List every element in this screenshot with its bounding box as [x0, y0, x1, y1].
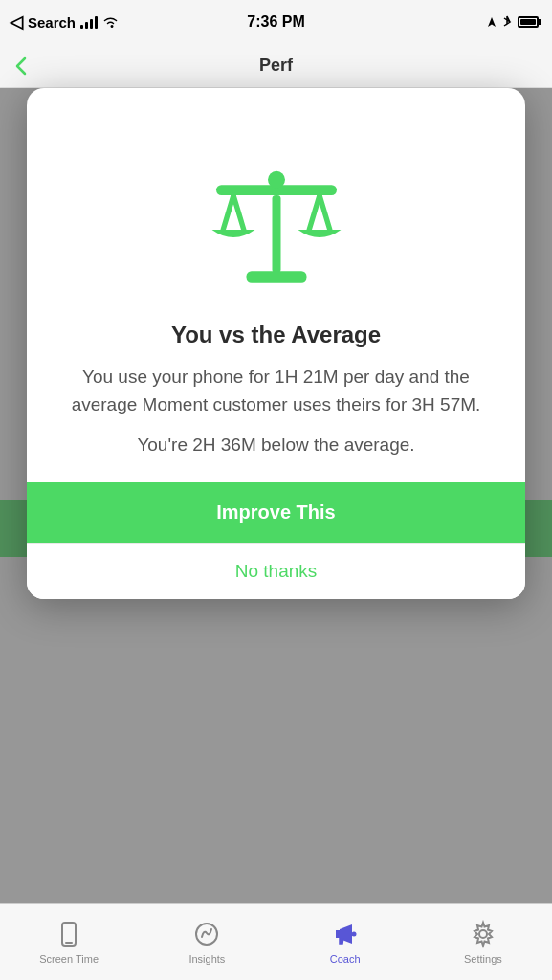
tab-bar: Screen Time Insights Coach Settings — [0, 903, 552, 980]
tab-screen-time[interactable]: Screen Time — [0, 920, 138, 965]
modal-card: You vs the Average You use your phone fo… — [27, 88, 525, 599]
back-arrow-icon: ◁ — [10, 11, 23, 33]
svg-rect-1 — [246, 271, 306, 283]
status-right — [486, 15, 539, 29]
wifi-icon — [102, 16, 119, 29]
tab-insights-label: Insights — [188, 953, 225, 965]
settings-icon — [469, 920, 497, 948]
coach-icon — [331, 920, 360, 948]
tab-screen-time-label: Screen Time — [39, 953, 99, 965]
tab-coach[interactable]: Coach — [276, 920, 414, 965]
svg-line-6 — [320, 195, 330, 230]
bluetooth-icon — [503, 15, 512, 29]
tab-insights[interactable]: Insights — [138, 920, 276, 965]
svg-rect-0 — [272, 195, 280, 273]
scale-icon — [190, 126, 363, 302]
carrier-label: Search — [28, 14, 76, 31]
modal-title: You vs the Average — [171, 322, 381, 348]
modal-content: You vs the Average You use your phone fo… — [27, 88, 525, 482]
tab-settings[interactable]: Settings — [414, 920, 552, 965]
no-thanks-button[interactable]: No thanks — [27, 543, 525, 599]
svg-point-7 — [268, 171, 285, 189]
svg-line-5 — [309, 195, 320, 230]
nav-title: Perf — [259, 56, 293, 76]
modal-body-text: You use your phone for 1H 21M per day an… — [55, 364, 497, 418]
nav-bar: Perf — [0, 44, 552, 88]
signal-icon — [80, 16, 98, 29]
svg-line-3 — [223, 195, 233, 230]
status-bar: ◁ Search 7:36 PM — [0, 0, 552, 44]
improve-button[interactable]: Improve This — [27, 482, 525, 543]
svg-point-11 — [351, 932, 356, 937]
back-button[interactable] — [15, 56, 27, 76]
battery-icon — [518, 16, 539, 28]
status-time: 7:36 PM — [247, 13, 304, 31]
tab-settings-label: Settings — [464, 953, 502, 965]
location-icon — [486, 16, 497, 29]
phone-icon — [55, 920, 83, 948]
svg-point-12 — [479, 930, 487, 938]
svg-line-4 — [233, 195, 244, 230]
modal-comparison-text: You're 2H 36M below the average. — [137, 432, 414, 459]
insights-icon — [192, 920, 221, 948]
status-left: ◁ Search — [10, 11, 119, 33]
tab-coach-label: Coach — [330, 953, 361, 965]
